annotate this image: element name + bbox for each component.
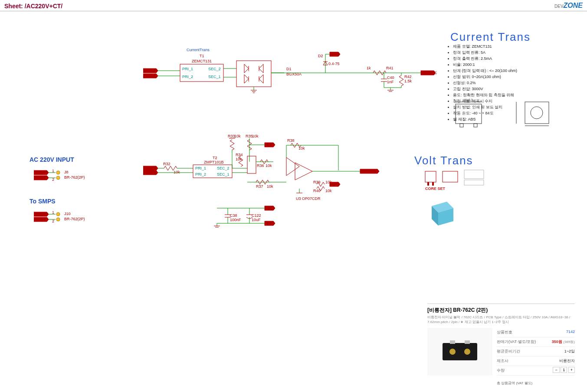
t2-pri1: PRI_1 [195, 166, 206, 170]
ct-5v: +5V [331, 52, 338, 56]
vt-5v-2: +5V [331, 182, 338, 186]
svg-point-10 [56, 212, 60, 216]
svg-marker-20 [244, 64, 249, 73]
volt-trans-title: Volt Trans [414, 154, 473, 167]
prod-code-k: 상품번호 [497, 330, 512, 335]
ac-input-title: AC 220V INPUT [30, 156, 74, 163]
j10-ref: J10 [64, 212, 71, 216]
ct-out-net: aCT_AC [422, 71, 437, 75]
r38-ref: R38 [287, 138, 295, 143]
r40-val: 10k [325, 189, 332, 193]
product-card: [비룡전자] BR-762C (2핀) 비룡전자 터미널 블럭 / 762C 시… [427, 304, 575, 387]
ct-spec-3: 비율: 2000:1 [453, 62, 525, 68]
svg-point-4 [56, 171, 60, 174]
logo-dev: DEV [554, 4, 564, 9]
u3-ref: U3 OP07CDR [296, 196, 321, 201]
svg-marker-24 [244, 75, 249, 83]
ct-spec-4: 단계 (정격 입력 때) : <= 20(100 ohm) [453, 68, 525, 74]
svg-rect-102 [427, 182, 429, 186]
ct-pri1: PRI_1 [182, 67, 193, 71]
r32-val: 10k [174, 170, 180, 174]
r41-ref: R41 [386, 66, 394, 70]
svg-rect-104 [443, 171, 458, 182]
r34-val: 10k [236, 157, 242, 161]
c38-val: 100nF [230, 218, 241, 222]
prod-total-label: 총 상품금액 (VAT 별도) [497, 381, 532, 385]
to-smps-title: To SMPS [30, 198, 56, 205]
d2-part: 0.4-75 [328, 62, 340, 66]
logo-zone: ZONE [564, 2, 583, 9]
j10-pin1: 1 [52, 211, 54, 215]
vt-drawing: CORE SET [423, 169, 488, 191]
svg-marker-68 [286, 157, 299, 176]
prod-lead-v: 1~2일 [564, 349, 575, 354]
svg-rect-114 [465, 340, 470, 344]
dim-w: 18±0.3 [463, 98, 472, 101]
r37-ref: R37 [256, 184, 263, 189]
ct-dimension-drawing-1: 18±0.3 [451, 98, 490, 128]
connector-j8: AC_L AC_N1 1 2 J8 BR-762(2P) [34, 169, 95, 182]
prod-qty-k: 수량 [497, 368, 505, 373]
j8-pin1: 1 [52, 169, 54, 173]
vt-5v-3: +5V [266, 206, 273, 210]
j8-part: BR-762(2P) [64, 175, 85, 180]
c40-ref: C40 [387, 75, 394, 80]
vt-net-in-bot: AC_N1 [144, 170, 157, 175]
qty-minus-button[interactable]: − [553, 367, 559, 373]
j8-net-bot: AC_N1 [35, 176, 48, 180]
j10-part: BR-762(2P) [64, 217, 85, 221]
svg-rect-101 [425, 171, 436, 182]
c122-val: 10uF [252, 218, 261, 222]
ct-spec-2: 정격 출력 전류: 2.5mA [453, 56, 525, 62]
vt-5v-1: +5V [266, 143, 273, 147]
c38-ref: C38 [230, 213, 237, 218]
svg-point-112 [464, 349, 470, 355]
r33-val: 10k [234, 134, 241, 138]
svg-rect-95 [460, 124, 463, 127]
t2-pri2: PRI_2 [195, 172, 206, 176]
r34-ref: R34 [236, 153, 243, 157]
svg-rect-97 [525, 102, 549, 124]
j10-net-top: AC_L1 [35, 212, 47, 216]
j10-net-bot: AC_N1 [35, 217, 48, 222]
vt-3d-cube [427, 197, 458, 228]
t2-ref: T2 [213, 156, 217, 160]
prod-maker-v: 비룡전자 [559, 358, 575, 364]
prod-maker-k: 제조사 [497, 358, 508, 364]
ct-spec-0: 제품 모델: ZEMCT131 [453, 44, 525, 49]
title-divider [0, 11, 587, 11]
ct-net-in-bot: AC_L1 [144, 74, 157, 78]
c40-val: 1nF [387, 80, 394, 84]
svg-rect-113 [450, 340, 455, 344]
connector-j10: AC_L1 AC_N1 1 2 J10 BR-762(2P) [34, 211, 95, 224]
qty-plus-button[interactable]: + [568, 367, 575, 373]
ct-t1-ref: T1 [200, 54, 204, 58]
product-image [427, 328, 492, 376]
vt-gnd: GND [266, 221, 275, 225]
j10-pin2: 2 [52, 219, 54, 223]
c122-ref: C122 [252, 213, 261, 218]
d1-ref: D1 [286, 67, 292, 71]
svg-point-5 [56, 176, 60, 180]
ct-spec-5: 선형 범위: 0~20A(100 ohm) [453, 74, 525, 80]
r42-ref: R42 [404, 75, 412, 79]
j8-net-top: AC_L [35, 170, 45, 175]
t2-sec2: SEC_2 [217, 166, 230, 170]
svg-rect-106 [464, 180, 484, 185]
product-name: [비룡전자] BR-762C (2핀) [427, 307, 575, 314]
svg-rect-19 [236, 61, 271, 87]
d2-ref: D2 [318, 54, 323, 58]
svg-rect-105 [464, 170, 484, 179]
svg-rect-65 [247, 156, 256, 173]
ct-sec2: SEC_2 [208, 67, 221, 71]
j8-ref: J8 [64, 170, 69, 174]
svg-marker-26 [259, 75, 263, 83]
t2-sec1: SEC_1 [217, 172, 230, 176]
svg-rect-110 [443, 343, 477, 360]
ct-spec-6: 선형성: 0.2% [453, 80, 525, 86]
r39-ref: R39 [313, 180, 321, 184]
ct-pri2: PRI_2 [182, 75, 193, 79]
prod-price-sub: (385원) [563, 340, 575, 344]
r38-val: 10k [298, 146, 305, 150]
ct-spec-1: 정격 입력 전류: 5A [453, 50, 525, 56]
